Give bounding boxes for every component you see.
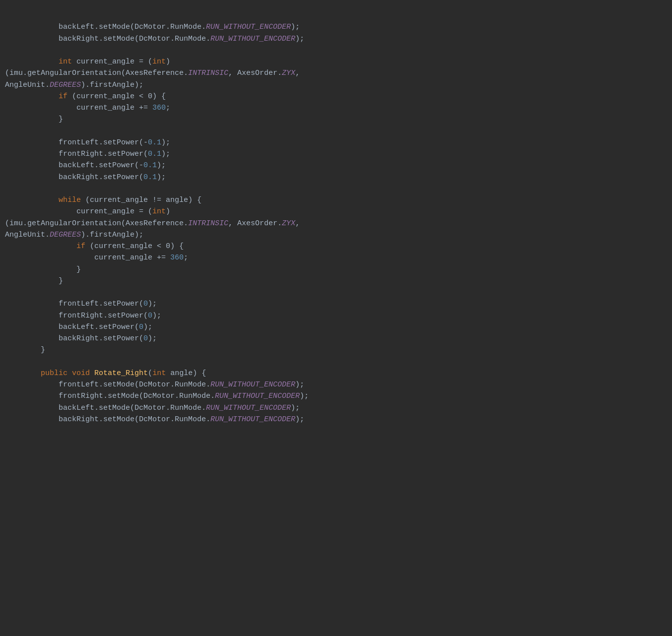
code-line: backLeft.setPower(-0.1); <box>5 160 667 171</box>
code-line: backRight.setMode(DcMotor.RunMode.RUN_WI… <box>5 414 667 425</box>
code-line: frontRight.setMode(DcMotor.RunMode.RUN_W… <box>5 390 667 402</box>
code-line: backRight.setPower(0.1); <box>5 172 667 183</box>
code-line: current_angle += 360; <box>5 102 667 114</box>
code-line: public void Rotate_Right(int angle) { <box>5 368 667 379</box>
code-editor: backLeft.setMode(DcMotor.RunMode.RUN_WIT… <box>0 10 672 425</box>
code-line: } <box>5 275 667 287</box>
code-line: current_angle = (int) <box>5 206 667 217</box>
code-line: AngleUnit.DEGREES).firstAngle); <box>5 229 667 241</box>
code-line: frontLeft.setPower(-0.1); <box>5 137 667 148</box>
code-line: AngleUnit.DEGREES).firstAngle); <box>5 79 667 91</box>
code-line: frontLeft.setMode(DcMotor.RunMode.RUN_WI… <box>5 379 667 390</box>
code-line: } <box>5 264 667 275</box>
code-line: frontRight.setPower(0); <box>5 310 667 321</box>
code-line: if (current_angle < 0) { <box>5 91 667 102</box>
code-line <box>5 183 667 194</box>
code-line: backLeft.setMode(DcMotor.RunMode.RUN_WIT… <box>5 402 667 414</box>
code-line <box>5 356 667 368</box>
code-line: backLeft.setPower(0); <box>5 321 667 333</box>
code-line: backLeft.setMode(DcMotor.RunMode.RUN_WIT… <box>5 21 667 33</box>
code-line: current_angle += 360; <box>5 252 667 263</box>
code-line: frontLeft.setPower(0); <box>5 298 667 310</box>
code-line: backRight.setMode(DcMotor.RunMode.RUN_WI… <box>5 33 667 45</box>
code-line: if (current_angle < 0) { <box>5 241 667 252</box>
code-line <box>5 287 667 298</box>
code-line <box>5 126 667 137</box>
code-line: frontRight.setPower(0.1); <box>5 148 667 160</box>
code-line: } <box>5 114 667 125</box>
code-line: } <box>5 344 667 356</box>
code-line: int current_angle = (int) <box>5 56 667 67</box>
code-line: backRight.setPower(0); <box>5 333 667 344</box>
code-line <box>5 45 667 56</box>
code-line: (imu.getAngularOrientation(AxesReference… <box>5 67 667 79</box>
code-line: (imu.getAngularOrientation(AxesReference… <box>5 218 667 229</box>
code-line: while (current_angle != angle) { <box>5 194 667 206</box>
